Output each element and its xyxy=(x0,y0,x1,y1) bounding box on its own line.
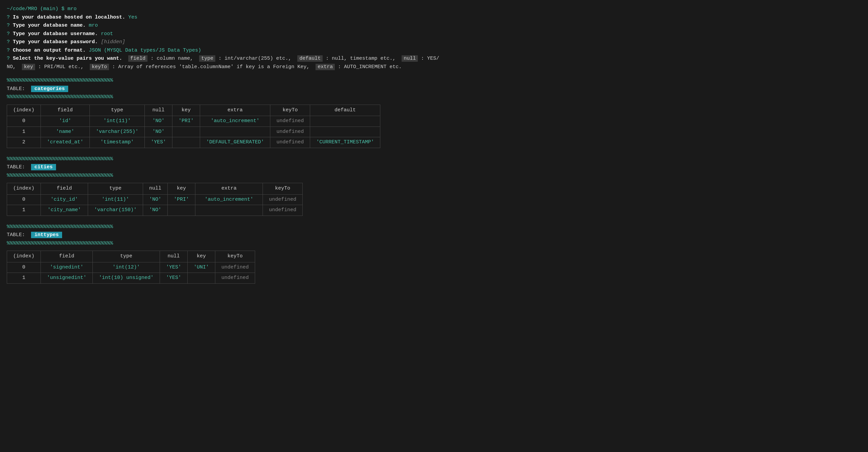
data-table-categories: (index) field type null key extra keyTo … xyxy=(7,105,380,148)
table-section-categories: %%%%%%%%%%%%%%%%%%%%%%%%%%%%%%%%%%% TABL… xyxy=(7,77,861,148)
path-text: ~/code/MRO (main) $ mro xyxy=(7,6,77,12)
divider-bottom-cities: %%%%%%%%%%%%%%%%%%%%%%%%%%%%%%%%%%% xyxy=(7,172,861,180)
col-header-keyto: keyTo xyxy=(215,251,255,262)
col-header-index: (index) xyxy=(7,105,41,116)
terminal-prompt: ~/code/MRO (main) $ mro ? Is your databa… xyxy=(7,5,861,71)
data-table-inttypes: (index) field type null key keyTo 0 'sig… xyxy=(7,251,255,284)
q-line-5: ? Choose an output format. JSON (MYSQL D… xyxy=(7,47,861,55)
table-row: 1 'city_name' 'varchar(150)' 'NO' undefi… xyxy=(7,205,303,216)
col-header-type: type xyxy=(93,251,160,262)
divider-top-categories: %%%%%%%%%%%%%%%%%%%%%%%%%%%%%%%%%%% xyxy=(7,77,861,85)
col-header-key: key xyxy=(168,183,195,195)
col-header-field: field xyxy=(41,105,90,116)
col-header-keyto: keyTo xyxy=(270,105,310,116)
data-table-cities: (index) field type null key extra keyTo … xyxy=(7,183,303,216)
col-header-index: (index) xyxy=(7,183,41,195)
col-header-extra: extra xyxy=(195,183,263,195)
col-header-null: null xyxy=(143,183,168,195)
table-row: 0 'city_id' 'int(11)' 'NO' 'PRI' 'auto_i… xyxy=(7,194,303,205)
table-label-inttypes: TABLE: inttypes xyxy=(7,231,861,239)
col-header-extra: extra xyxy=(200,105,270,116)
col-header-null: null xyxy=(145,105,172,116)
q-line-4: ? Type your database password. [hidden] xyxy=(7,38,861,46)
divider-top-cities: %%%%%%%%%%%%%%%%%%%%%%%%%%%%%%%%%%% xyxy=(7,156,861,163)
q-line-2: ? Type your database name. mro xyxy=(7,22,861,30)
col-header-index: (index) xyxy=(7,251,41,262)
prompt-path-line: ~/code/MRO (main) $ mro xyxy=(7,5,861,13)
col-header-field: field xyxy=(41,251,93,262)
q-line-1: ? Is your database hosted on localhost. … xyxy=(7,14,861,22)
table-row: 0 'id' 'int(11)' 'NO' 'PRI' 'auto_increm… xyxy=(7,116,380,127)
q-line-3: ? Type your database username. root xyxy=(7,30,861,38)
table-row: 1 'name' 'varchar(255)' 'NO' undefined xyxy=(7,126,380,137)
table-header-inttypes: (index) field type null key keyTo xyxy=(7,251,255,262)
col-header-key: key xyxy=(172,105,200,116)
col-header-field: field xyxy=(41,183,88,195)
table-row: 1 'unsignedint' 'int(10) unsigned' 'YES'… xyxy=(7,273,255,284)
divider-bottom-inttypes: %%%%%%%%%%%%%%%%%%%%%%%%%%%%%%%%%%% xyxy=(7,240,861,248)
table-section-inttypes: %%%%%%%%%%%%%%%%%%%%%%%%%%%%%%%%%%% TABL… xyxy=(7,223,861,284)
col-header-keyto: keyTo xyxy=(263,183,303,195)
table-label-cities: TABLE: cities xyxy=(7,164,861,171)
select-line: ? Select the key-value pairs you want. f… xyxy=(7,55,861,63)
col-header-key: key xyxy=(188,251,215,262)
divider-top-inttypes: %%%%%%%%%%%%%%%%%%%%%%%%%%%%%%%%%%% xyxy=(7,223,861,231)
col-header-type: type xyxy=(88,183,143,195)
col-header-type: type xyxy=(90,105,145,116)
table-section-cities: %%%%%%%%%%%%%%%%%%%%%%%%%%%%%%%%%%% TABL… xyxy=(7,156,861,216)
table-header-categories: (index) field type null key extra keyTo … xyxy=(7,105,380,116)
select-line-2: NO, key : PRI/MUL etc., keyTo : Array of… xyxy=(7,63,861,71)
divider-bottom-categories: %%%%%%%%%%%%%%%%%%%%%%%%%%%%%%%%%%% xyxy=(7,93,861,101)
table-header-cities: (index) field type null key extra keyTo xyxy=(7,183,303,195)
col-header-default: default xyxy=(310,105,380,116)
table-label-categories: TABLE: categories xyxy=(7,85,861,93)
table-row: 2 'created_at' 'timestamp' 'YES' 'DEFAUL… xyxy=(7,137,380,148)
col-header-null: null xyxy=(160,251,188,262)
table-row: 0 'signedint' 'int(12)' 'YES' 'UNI' unde… xyxy=(7,262,255,273)
